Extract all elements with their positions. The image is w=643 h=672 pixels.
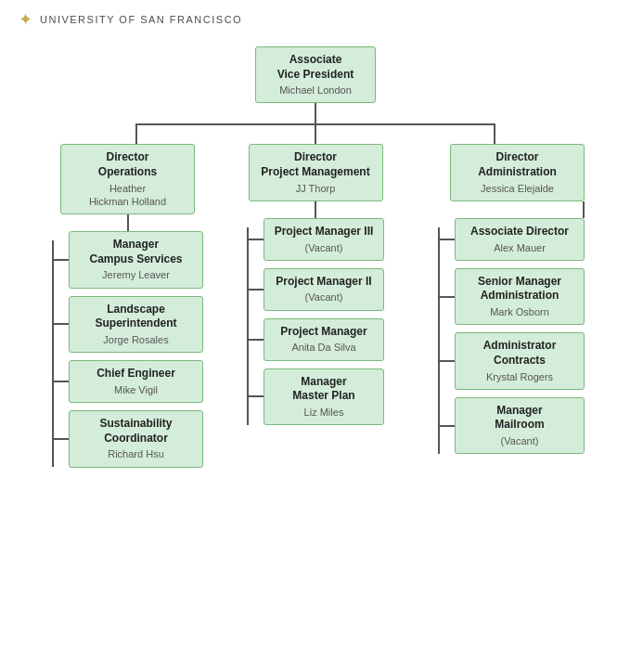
l3-mid-item-3: ManagerMaster Plan Liz Miles	[247, 368, 384, 425]
l3-node-left-3: SustainabilityCoordinator Richard Hsu	[69, 410, 203, 467]
l3-right-list: Associate Director Alex Mauer Senior Man…	[438, 218, 585, 454]
l2-row: DirectorOperations HeatherHickman Hollan…	[46, 144, 585, 467]
right-bracket-line	[438, 227, 440, 454]
header: ✦ UNIVERSITY OF SAN FRANCISCO	[9, 9, 634, 30]
l3-mid-item-0: Project Manager III (Vacant)	[247, 218, 384, 261]
l3-node-left-0: ManagerCampus Services Jeremy Leaver	[69, 231, 203, 288]
top-node-title: AssociateVice President	[264, 53, 367, 82]
logo-icon: ✦	[19, 9, 32, 30]
l3-node-mid-2: Project Manager Anita Da Silva	[264, 318, 384, 361]
center-bracket-line	[247, 227, 249, 425]
l3-mid-item-1: Project Manager II (Vacant)	[247, 268, 384, 311]
l3-right-item-2: AdministratorContracts Krystal Rogers	[438, 332, 585, 389]
l2-0-name: HeatherHickman Holland	[69, 182, 186, 209]
l3-left-item-2: Chief Engineer Mike Vigil	[52, 360, 203, 403]
left-bracket-line	[52, 240, 54, 467]
l2-node-0: DirectorOperations HeatherHickman Hollan…	[60, 144, 195, 214]
l3-node-right-3: ManagerMailroom (Vacant)	[455, 397, 585, 454]
l2-center-subs: Project Manager III (Vacant) Project Man…	[247, 218, 384, 425]
l2-node-2: DirectorAdministration Jessica Elejalde	[450, 144, 585, 200]
org-chart: AssociateVice President Michael London D…	[9, 46, 622, 468]
l3-left-item-1: LandscapeSuperintendent Jorge Rosales	[52, 296, 203, 353]
l3-node-right-1: Senior ManagerAdministration Mark Osborn	[455, 268, 585, 325]
top-node: AssociateVice President Michael London	[255, 46, 376, 103]
l2-left-subs: ManagerCampus Services Jeremy Leaver Lan…	[52, 231, 203, 467]
l3-left-list: ManagerCampus Services Jeremy Leaver Lan…	[52, 231, 203, 467]
l2-left-section: DirectorOperations HeatherHickman Hollan…	[46, 144, 209, 467]
l3-right-item-3: ManagerMailroom (Vacant)	[438, 397, 585, 454]
l2-center-section: DirectorProject Management JJ Thorp Proj…	[237, 144, 394, 425]
university-name: UNIVERSITY OF SAN FRANCISCO	[40, 14, 242, 25]
l3-node-mid-0: Project Manager III (Vacant)	[264, 218, 384, 261]
l3-left-item-3: SustainabilityCoordinator Richard Hsu	[52, 410, 203, 467]
l3-node-right-2: AdministratorContracts Krystal Rogers	[455, 332, 585, 389]
l2-0-title: DirectorOperations	[69, 150, 186, 179]
l3-node-left-1: LandscapeSuperintendent Jorge Rosales	[69, 296, 203, 353]
l2-right-subs: Associate Director Alex Mauer Senior Man…	[438, 218, 585, 454]
l3-node-left-2: Chief Engineer Mike Vigil	[69, 360, 203, 403]
l3-mid-list: Project Manager III (Vacant) Project Man…	[247, 218, 384, 425]
l3-node-right-0: Associate Director Alex Mauer	[455, 218, 585, 261]
l2-node-1: DirectorProject Management JJ Thorp	[249, 144, 383, 200]
l3-mid-item-2: Project Manager Anita Da Silva	[247, 318, 384, 361]
l3-right-item-1: Senior ManagerAdministration Mark Osborn	[438, 268, 585, 325]
l3-right-item-0: Associate Director Alex Mauer	[438, 218, 585, 261]
top-node-name: Michael London	[264, 84, 367, 97]
l3-node-mid-3: ManagerMaster Plan Liz Miles	[264, 368, 384, 425]
l2-right-section: DirectorAdministration Jessica Elejalde …	[422, 144, 585, 454]
l3-node-mid-1: Project Manager II (Vacant)	[264, 268, 384, 311]
l3-left-item-0: ManagerCampus Services Jeremy Leaver	[52, 231, 203, 288]
